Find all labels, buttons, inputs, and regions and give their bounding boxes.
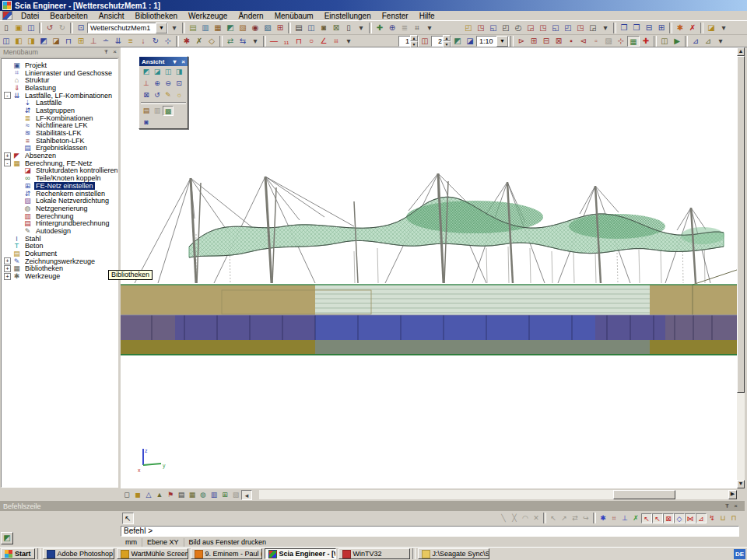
link-icon[interactable]: ✚ bbox=[374, 23, 386, 33]
plate-icon[interactable]: ◩ bbox=[37, 36, 50, 47]
activity-1-spinner[interactable]: 1▲▼ bbox=[398, 36, 419, 47]
spinner-down-icon[interactable]: ▼ bbox=[410, 41, 418, 47]
new-icon[interactable]: ▯ bbox=[0, 23, 12, 33]
redo-icon[interactable]: ↻ bbox=[56, 23, 68, 33]
combine-icon[interactable]: ⊹ bbox=[162, 36, 174, 47]
snap-endpoint-icon[interactable]: ↖ bbox=[641, 513, 652, 523]
tree-item-lastf-lle-lf-kombinationen[interactable]: -⇊Lastfälle, LF-Kombinationen bbox=[2, 92, 117, 100]
tree-item-beton[interactable]: TBeton bbox=[2, 243, 117, 250]
frames-more-icon[interactable]: ▾ bbox=[599, 23, 612, 33]
scroll-left-mini-icon[interactable]: ◂ bbox=[241, 490, 252, 500]
mesh-edit-icon[interactable]: ⊟ bbox=[540, 36, 552, 47]
menu-bibliotheken[interactable]: Bibliotheken bbox=[130, 11, 183, 21]
tree-item-stahlbeton-lfk[interactable]: ≡Stahlbeton-LFK bbox=[2, 137, 117, 145]
print-more-icon[interactable]: ▾ bbox=[355, 23, 367, 33]
close-mode-icon[interactable]: ✕ bbox=[531, 513, 542, 523]
activity-icon[interactable]: ◫ bbox=[419, 36, 431, 47]
view-axo-icon[interactable]: ◨ bbox=[174, 67, 184, 77]
clean-icon[interactable]: ≣ bbox=[398, 23, 411, 33]
render-b-icon[interactable]: ▩ bbox=[163, 106, 174, 116]
section-view-icon[interactable]: ▥ bbox=[209, 490, 219, 500]
tree-item-fe-netz-einstellen[interactable]: ⊞FE-Netz einstellen bbox=[2, 182, 117, 190]
viewport-canvas[interactable]: z y x bbox=[121, 47, 737, 488]
document-system-icon[interactable] bbox=[2, 11, 12, 20]
show-supports-icon[interactable]: △ bbox=[143, 490, 154, 500]
undo-icon[interactable]: ↺ bbox=[44, 23, 56, 33]
viewport[interactable]: z y x Ansicht ▾ × ◩◪◫◨⊥⊕⊖⊡⊠↺✎☼▤▥▩◙ bbox=[121, 47, 737, 488]
menu-datei[interactable]: Datei bbox=[16, 11, 44, 21]
spinner-up-icon[interactable]: ▲ bbox=[410, 35, 418, 41]
beam-icon[interactable]: ◧ bbox=[12, 36, 25, 47]
render-wire-icon[interactable]: ◻ bbox=[121, 490, 132, 500]
copy-add-icon[interactable]: ▦ bbox=[212, 23, 224, 33]
arrange-icon[interactable]: ⊞ bbox=[655, 23, 668, 33]
cascade-icon[interactable]: ❐ bbox=[618, 23, 630, 33]
menu-werkzeuge[interactable]: Werkzeuge bbox=[183, 11, 233, 21]
view-frame-10-icon[interactable]: ◳ bbox=[574, 23, 587, 33]
view-frame-7-icon[interactable]: ◳ bbox=[537, 23, 549, 33]
hinge-icon[interactable]: ∸ bbox=[100, 36, 112, 47]
tree-expander-icon[interactable]: + bbox=[4, 152, 11, 159]
show-dims-icon[interactable]: ▤ bbox=[176, 490, 187, 500]
scroll-right-icon[interactable]: ▶ bbox=[728, 490, 737, 499]
tree-item-rechenkern-einstellen[interactable]: ⇵Rechenkern einstellen bbox=[2, 190, 117, 198]
tree-item-ergebnisklassen[interactable]: ▤Ergebnisklassen bbox=[2, 145, 117, 152]
dock-toggle-button[interactable]: ◩ bbox=[1, 532, 13, 544]
teamwork-icon[interactable]: ◩ bbox=[224, 23, 237, 33]
task-button-wintv[interactable]: WinTV32 bbox=[338, 548, 410, 559]
menu-hilfe[interactable]: Hilfe bbox=[414, 11, 440, 21]
layer-a-icon[interactable]: ◩ bbox=[451, 36, 464, 47]
fast-draw-icon[interactable]: ◍ bbox=[198, 490, 209, 500]
point-d-icon[interactable]: ↪ bbox=[580, 513, 591, 523]
view-frame-3-icon[interactable]: ◱ bbox=[487, 23, 500, 33]
zoom-selection-icon[interactable]: ⊠ bbox=[141, 90, 152, 100]
snap-intersect-icon[interactable]: ⊠ bbox=[663, 513, 674, 523]
snap-node-icon[interactable]: ◇ bbox=[674, 513, 685, 523]
preview-icon[interactable]: ◫ bbox=[305, 23, 317, 33]
link-more-icon[interactable]: ▾ bbox=[423, 23, 436, 33]
delete-view-icon[interactable]: ✗ bbox=[686, 23, 699, 33]
tree-expander-icon[interactable]: + bbox=[4, 265, 11, 272]
tree-item-netzgenerierung[interactable]: ◍Netzgenerierung bbox=[2, 205, 117, 212]
node-icon[interactable]: ◫ bbox=[0, 36, 12, 47]
tree-item-autodesign[interactable]: ✎Autodesign bbox=[2, 227, 117, 235]
view-frame-2-icon[interactable]: ◳ bbox=[475, 23, 487, 33]
layer-b-icon[interactable]: ◪ bbox=[464, 36, 476, 47]
draw-rect-icon[interactable]: ⊓ bbox=[293, 36, 305, 47]
close-icon[interactable]: × bbox=[179, 58, 188, 65]
draw-grid-icon[interactable]: ⌗ bbox=[330, 36, 342, 47]
scroll-down-icon[interactable]: ▼ bbox=[737, 480, 745, 488]
paste-props-icon[interactable]: ▥ bbox=[199, 23, 212, 33]
tree-item-belastung[interactable]: ⇓Belastung bbox=[2, 84, 117, 92]
task-button-photoshop[interactable]: Adobe Photoshop CS3 E... bbox=[43, 548, 114, 559]
render-gray-icon[interactable]: ▥ bbox=[152, 106, 163, 116]
render-solid-icon[interactable]: ◼ bbox=[132, 490, 143, 500]
task-button-media-player[interactable]: 9. Eminem - Paul (Skit) - ... bbox=[191, 548, 262, 559]
snap-grid-icon[interactable]: ⌗ bbox=[608, 513, 619, 523]
mesh-active-icon[interactable]: ▦ bbox=[627, 36, 640, 47]
swap-b-icon[interactable]: ⇆ bbox=[237, 36, 249, 47]
horizontal-scroll-thumb[interactable] bbox=[613, 490, 675, 499]
tree-expander-icon[interactable]: + bbox=[4, 273, 11, 280]
draw-angle-icon[interactable]: ∠ bbox=[317, 36, 330, 47]
snap-length-icon[interactable]: ⊔ bbox=[717, 513, 728, 523]
point-a-icon[interactable]: ↖ bbox=[548, 513, 559, 523]
shell-icon[interactable]: ◪ bbox=[50, 36, 62, 47]
rib-icon[interactable]: ⊓ bbox=[62, 36, 75, 47]
mesh-view-icon[interactable]: ⊠ bbox=[552, 36, 565, 47]
layout-icon[interactable]: ⊞ bbox=[274, 23, 286, 33]
snap-ortho-icon[interactable]: ⊥ bbox=[619, 513, 630, 523]
draw-more-icon[interactable]: ▾ bbox=[342, 36, 355, 47]
mesh-gray-icon[interactable]: ▨ bbox=[602, 36, 615, 47]
tree-item-absenzen[interactable]: +◤Absenzen bbox=[2, 152, 117, 159]
draw-dim-icon[interactable]: ₁₁ bbox=[280, 36, 293, 47]
draw-circle-icon[interactable]: ○ bbox=[305, 36, 317, 47]
view-params-icon[interactable]: ◙ bbox=[141, 117, 152, 128]
view-frame-6-icon[interactable]: ◲ bbox=[524, 23, 537, 33]
tree-item-strukturdaten-kontrollieren[interactable]: ◪Strukturdaten kontrollieren bbox=[2, 167, 117, 175]
gallery-icon[interactable]: ◉ bbox=[249, 23, 261, 33]
chevron-down-icon[interactable]: ▼ bbox=[496, 36, 508, 47]
member-icon[interactable]: ◇ bbox=[205, 36, 218, 47]
tree-expander-icon[interactable]: - bbox=[4, 92, 11, 99]
command-input[interactable]: Befehl > bbox=[121, 526, 739, 537]
